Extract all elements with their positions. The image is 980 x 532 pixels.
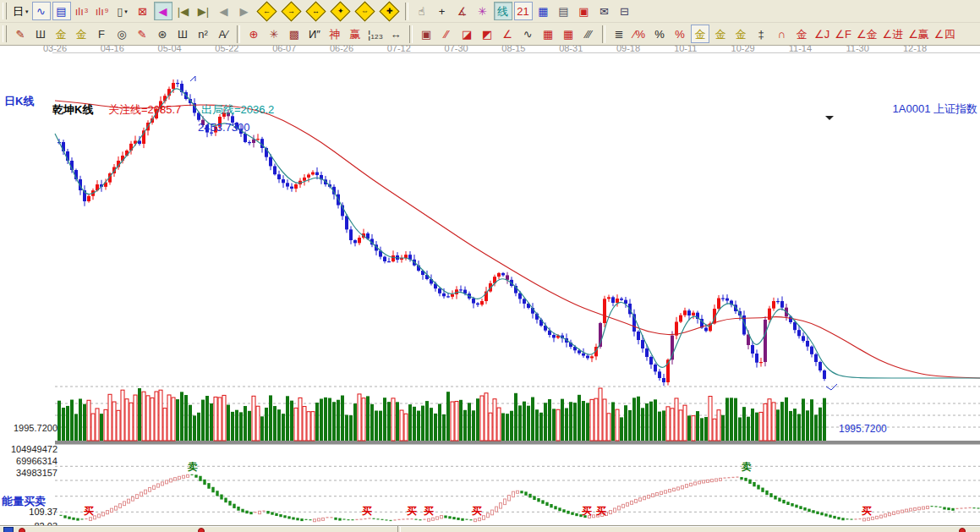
info-board-icon[interactable]: ▤ [52, 2, 71, 20]
slashes-tool[interactable]: ∕∕∕ [579, 25, 598, 43]
ma-lines [55, 89, 980, 378]
shen-tool-icon: 神 [330, 29, 341, 40]
window-icon[interactable] [3, 527, 14, 532]
overlay-wave-icon[interactable]: ∿ [32, 2, 51, 20]
chevron-down-icon[interactable] [825, 116, 834, 120]
toolbar-row-2: ✎Ш金金F◎✎⊛Шn²A∕⊕✳▩И″神赢¦₁₂₃↔▣∕∕◪◩∠∿▦▦∕∕∕≣∕%… [0, 23, 980, 46]
oscillator-axis-label: 109.37 [3, 507, 57, 517]
profile-chart-icon[interactable]: ◀ [154, 2, 172, 20]
golden-circle-tool[interactable]: 金 [691, 25, 709, 43]
candle-style-dropdown[interactable]: ▯▾ [113, 2, 132, 20]
indicator-name-label: 乾坤K线 [52, 102, 93, 118]
toolbar-grip[interactable] [3, 3, 7, 19]
date-label: 05-22 [215, 46, 238, 53]
ray-fan-tool[interactable]: ∕∕ [437, 25, 456, 43]
gann-wheel-tool-icon: ⊛ [158, 29, 167, 40]
percent-line-tool[interactable]: % [671, 25, 689, 43]
next-page-button[interactable]: ▶ [235, 2, 254, 20]
star-fan-tool[interactable]: ✳ [265, 25, 283, 43]
box-frame-tool[interactable]: ▣ [417, 25, 435, 43]
width-measure-tool[interactable]: ↔ [386, 25, 405, 43]
alert-icon[interactable] [19, 528, 25, 532]
angle-si-tool[interactable]: ∠四 [933, 25, 957, 43]
save-tool[interactable]: ▣ [575, 2, 594, 20]
golden-circle-tool-icon: 金 [695, 29, 706, 40]
angle-measure-tool[interactable]: ∡ [453, 2, 472, 20]
gann-wheel-tool[interactable]: ⊛ [153, 25, 172, 43]
zoom-in-button[interactable]: ✦ [329, 2, 352, 20]
scale123-tool[interactable]: ≣ [610, 25, 628, 43]
zigzag-tool[interactable]: ∿ [518, 25, 537, 43]
gold-underline-tool[interactable]: 金 [792, 25, 811, 43]
bars-9-icon[interactable]: ılı9 [93, 2, 112, 20]
golden-line-tool-2[interactable]: 金 [731, 25, 750, 43]
angle-ying-tool[interactable]: ∠赢 [906, 25, 931, 43]
angle-gold-tool[interactable]: ∠金 [855, 25, 879, 43]
stock-chart-app: 日▾∿▤ılı3ılı9▯▾⊠◀|◀▶|◀▶←→↔✦⇔✚☝+∡✳线21▦▤▣✉⊟… [0, 0, 980, 532]
gold-grid-tool-1[interactable]: 金 [52, 25, 70, 43]
comb2-tool[interactable]: Ш [173, 25, 192, 43]
bars-3-icon[interactable]: ılı3 [73, 2, 91, 20]
attention-line-label: 关注线=2085.7 [108, 102, 181, 118]
double-top-tool[interactable]: ∩ [772, 25, 791, 43]
prev-page-button[interactable]: ◀ [215, 2, 233, 20]
shen-tool[interactable]: 神 [326, 25, 344, 43]
ying-tool[interactable]: 赢 [346, 25, 364, 43]
ribbon-tool[interactable]: ✳ [474, 2, 492, 20]
gann-circle-tool[interactable]: ⊕ [244, 25, 263, 43]
ruler123-tool[interactable]: ¦₁₂₃ [366, 25, 385, 43]
angle-j-tool[interactable]: ∠J [813, 25, 831, 43]
zoom-out-button[interactable]: ↔ [304, 2, 327, 20]
angle-jin-tool[interactable]: ∠进 [881, 25, 906, 43]
spiral-tool[interactable]: ◎ [112, 25, 131, 43]
quote-tool[interactable]: И″ [305, 25, 324, 43]
red-pen-tool[interactable]: ✎ [133, 25, 151, 43]
print-tool[interactable]: ⊟ [616, 2, 634, 20]
angle-lines-tool[interactable]: ∠ [498, 25, 517, 43]
brush-tool-icon: ✎ [16, 29, 25, 40]
status-strip [0, 525, 980, 532]
pin-measure-tool[interactable]: ‡ [752, 25, 770, 43]
notes-tool[interactable]: ▤ [555, 2, 573, 20]
shift-right-button[interactable]: → [280, 2, 303, 20]
angle-f-tool[interactable]: ∠F [833, 25, 853, 43]
toolbar-separator [237, 25, 240, 43]
calculator-tool[interactable]: ▦ [534, 2, 553, 20]
f-grid-tool[interactable]: F [92, 25, 111, 43]
n2-tool[interactable]: n² [194, 25, 212, 43]
expand-button[interactable]: ⇔ [353, 2, 376, 20]
divider [397, 526, 401, 532]
rays-box-tool[interactable]: ◩ [478, 25, 496, 43]
compress-button[interactable]: ✚ [378, 2, 401, 20]
period-day-dropdown[interactable]: 日▾ [11, 2, 30, 20]
hand-tool[interactable]: ☝ [413, 2, 431, 20]
symbol-label[interactable]: 1A0001 上证指数 [893, 101, 977, 117]
red-grid-tool[interactable]: ▦ [539, 25, 557, 43]
golden-line-tool-2-icon: 金 [736, 29, 747, 40]
brush-tool[interactable]: ✎ [11, 25, 30, 43]
toolbar-grip[interactable] [3, 25, 7, 42]
alert-icon[interactable] [959, 528, 966, 532]
fan-box-tool[interactable]: ◪ [457, 25, 476, 43]
fan-box-tool-icon: ◪ [462, 29, 472, 40]
first-page-button[interactable]: |◀ [174, 2, 193, 20]
boxed-star-tool[interactable]: ▩ [285, 25, 304, 43]
percent-tool[interactable]: % [650, 25, 669, 43]
grid-comb-tool[interactable]: Ш [31, 25, 50, 43]
pattern-box-icon[interactable]: ⊠ [134, 2, 152, 20]
last-page-button[interactable]: ▶| [194, 2, 213, 20]
calendar-tool[interactable]: 21 [514, 2, 533, 20]
kline-line-tool[interactable]: 线 [494, 2, 512, 20]
golden-line-tool-1[interactable]: 金 [711, 25, 730, 43]
a-slash-tool[interactable]: A∕ [214, 25, 233, 43]
shift-left-button[interactable]: ← [255, 2, 278, 20]
alert-icon[interactable] [198, 528, 205, 532]
red-grid-arrow-tool[interactable]: ▦ [559, 25, 578, 43]
fib-percent-tool[interactable]: ∕% [630, 25, 649, 43]
gold-grid-tool-2[interactable]: 金 [72, 25, 90, 43]
price-axis-label: 1995.7200 [3, 423, 57, 433]
crosshair-tool[interactable]: + [433, 2, 452, 20]
mail-tool[interactable]: ✉ [595, 2, 614, 20]
date-label: 12-18 [903, 46, 927, 53]
panel-period-label[interactable]: 日K线 [4, 94, 34, 109]
